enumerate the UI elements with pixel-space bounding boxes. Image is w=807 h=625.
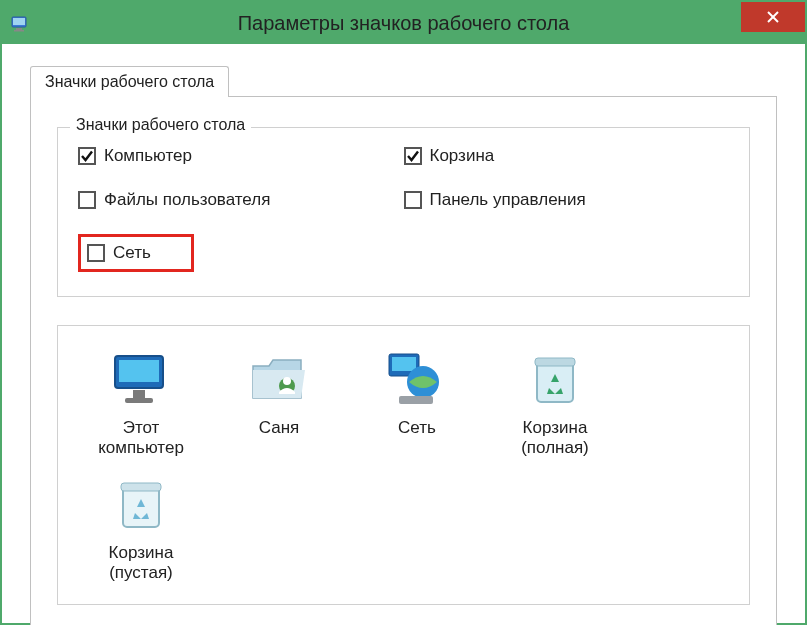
recycle-full-icon — [523, 348, 587, 412]
dialog-window: Параметры значков рабочего стола Значки … — [0, 0, 807, 625]
svg-rect-17 — [535, 358, 575, 366]
icon-label: Корзина (пустая) — [109, 543, 174, 584]
checkbox-label[interactable]: Файлы пользователя — [104, 190, 270, 210]
svg-rect-15 — [399, 396, 433, 404]
checkbox-network[interactable] — [87, 244, 105, 262]
checkbox-cpanel[interactable] — [404, 191, 422, 209]
icon-network[interactable]: Сеть — [348, 344, 486, 469]
tab-strip: Значки рабочего стола — [30, 66, 777, 97]
tab-panel: Значки рабочего стола Компьютер Корзина — [30, 96, 777, 625]
monitor-icon — [109, 348, 173, 412]
icon-this-pc[interactable]: Этот компьютер — [72, 344, 210, 469]
icon-preview-list[interactable]: Этот компьютер Саня — [57, 325, 750, 605]
svg-rect-1 — [13, 18, 25, 25]
user-folder-icon — [247, 348, 311, 412]
checkbox-label[interactable]: Корзина — [430, 146, 495, 166]
group-desktop-icons: Значки рабочего стола Компьютер Корзина — [57, 127, 750, 297]
checkbox-recycle[interactable] — [404, 147, 422, 165]
check-network-wrapper: Сеть — [78, 234, 404, 272]
check-computer: Компьютер — [78, 146, 404, 166]
recycle-empty-icon — [109, 473, 173, 537]
icon-recycle-full[interactable]: Корзина (полная) — [486, 344, 624, 469]
svg-rect-13 — [392, 357, 416, 371]
checkmark-icon — [80, 149, 94, 163]
icon-user-folder[interactable]: Саня — [210, 344, 348, 469]
svg-rect-3 — [14, 30, 24, 32]
checkbox-label[interactable]: Сеть — [113, 243, 151, 263]
check-cpanel: Панель управления — [404, 190, 730, 210]
icon-label: Этот компьютер — [98, 418, 184, 459]
check-recycle: Корзина — [404, 146, 730, 166]
checkbox-userfiles[interactable] — [78, 191, 96, 209]
tab-desktop-icons[interactable]: Значки рабочего стола — [30, 66, 229, 97]
group-legend: Значки рабочего стола — [70, 116, 251, 134]
titlebar: Параметры значков рабочего стола — [2, 2, 805, 44]
svg-point-11 — [283, 377, 291, 385]
svg-rect-7 — [119, 360, 159, 382]
checkmark-icon — [406, 149, 420, 163]
check-network-highlight: Сеть — [78, 234, 194, 272]
checkbox-grid: Компьютер Корзина Файлы пользователя — [78, 146, 729, 272]
window-title: Параметры значков рабочего стола — [2, 12, 805, 35]
icon-recycle-empty[interactable]: Корзина (пустая) — [72, 469, 210, 594]
svg-rect-8 — [133, 390, 145, 398]
svg-rect-9 — [125, 398, 153, 403]
svg-rect-19 — [121, 483, 161, 491]
check-userfiles: Файлы пользователя — [78, 190, 404, 210]
svg-rect-2 — [16, 28, 22, 30]
close-button[interactable] — [741, 2, 805, 32]
icon-label: Саня — [259, 418, 300, 438]
icon-label: Корзина (полная) — [521, 418, 589, 459]
checkbox-label[interactable]: Компьютер — [104, 146, 192, 166]
checkbox-label[interactable]: Панель управления — [430, 190, 586, 210]
dialog-body: Значки рабочего стола Значки рабочего ст… — [2, 44, 805, 625]
icon-label: Сеть — [398, 418, 436, 438]
close-icon — [766, 10, 780, 24]
desktop-settings-icon — [10, 13, 30, 33]
network-icon — [385, 348, 449, 412]
tab-label: Значки рабочего стола — [45, 73, 214, 90]
checkbox-computer[interactable] — [78, 147, 96, 165]
